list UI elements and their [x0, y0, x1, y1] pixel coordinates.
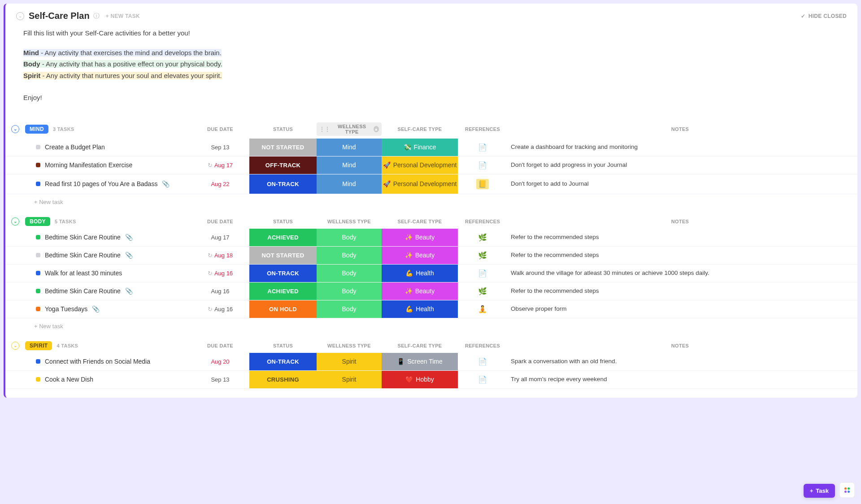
notes-cell[interactable]: Observe proper form — [507, 300, 857, 318]
status-cell[interactable]: ACHIEVED — [249, 282, 317, 300]
task-row[interactable]: Yoga Tuesdays📎↻Aug 16ON HOLDBody💪Health🧘… — [5, 300, 857, 318]
references-cell[interactable]: 📄 — [458, 139, 507, 156]
selfcare-cell[interactable]: 📱Screen Time — [382, 353, 458, 370]
attachment-icon[interactable]: 📎 — [125, 287, 133, 295]
task-row[interactable]: Morning Manifestation Exercise↻Aug 17OFF… — [5, 156, 857, 174]
status-cell[interactable]: ON-TRACK — [249, 174, 317, 194]
notes-cell[interactable]: Spark a conversation with an old friend. — [507, 353, 857, 370]
wellness-cell[interactable]: Spirit — [317, 353, 382, 370]
task-name-cell[interactable]: Cook a New Dish — [25, 371, 191, 388]
references-cell[interactable]: 🌿 — [458, 229, 507, 246]
task-name-cell[interactable]: Bedtime Skin Care Routine📎 — [25, 247, 191, 264]
status-cell[interactable]: NOT STARTED — [249, 139, 317, 156]
task-row[interactable]: Walk for at least 30 minutes↻Aug 16ON-TR… — [5, 265, 857, 282]
selfcare-cell[interactable]: 💪Health — [382, 300, 458, 318]
new-task-row-button[interactable]: + New task — [5, 194, 857, 207]
task-row[interactable]: Bedtime Skin Care Routine📎↻Aug 18NOT STA… — [5, 247, 857, 265]
due-date-cell[interactable]: Aug 16 — [191, 282, 249, 300]
references-cell[interactable]: 🧘 — [458, 300, 507, 318]
references-cell[interactable]: 📄 — [458, 156, 507, 174]
task-name-cell[interactable]: Walk for at least 30 minutes — [25, 265, 191, 282]
new-task-row-button[interactable]: + New task — [5, 318, 857, 331]
status-cell[interactable]: ON-TRACK — [249, 353, 317, 370]
task-row[interactable]: Cook a New DishSep 13CRUSHINGSpirit❤️Hob… — [5, 371, 857, 389]
notes-cell[interactable]: Try all mom's recipe every weekend — [507, 371, 857, 388]
references-cell[interactable]: 🌿 — [458, 282, 507, 300]
due-date-cell[interactable]: Aug 17 — [191, 229, 249, 246]
due-date-cell[interactable]: ↻Aug 18 — [191, 247, 249, 264]
notes-cell[interactable]: Don't forget to add to Journal — [507, 174, 857, 194]
collapse-toggle-icon[interactable]: ⌄ — [16, 12, 24, 20]
due-date-cell[interactable]: Aug 22 — [191, 174, 249, 194]
group-collapse-icon[interactable]: ⌄ — [11, 217, 19, 226]
selfcare-cell[interactable]: ❤️Hobby — [382, 371, 458, 388]
column-header-care[interactable]: SELF-CARE TYPE — [382, 343, 458, 348]
status-cell[interactable]: CRUSHING — [249, 371, 317, 388]
selfcare-cell[interactable]: 💪Health — [382, 265, 458, 282]
attachment-icon[interactable]: 📎 — [125, 234, 133, 241]
due-date-cell[interactable]: ↻Aug 16 — [191, 300, 249, 318]
group-badge[interactable]: Body — [25, 217, 50, 226]
status-cell[interactable]: OFF-TRACK — [249, 156, 317, 174]
selfcare-cell[interactable]: ✨Beauty — [382, 247, 458, 264]
column-header-wellness[interactable]: ⋮⋮WELLNESS TYPE▲ — [317, 122, 382, 136]
column-header-wellness[interactable]: WELLNESS TYPE — [317, 219, 382, 224]
task-name-cell[interactable]: Connect with Friends on Social Media — [25, 353, 191, 370]
column-header-notes[interactable]: NOTES — [507, 343, 853, 348]
task-row[interactable]: Create a Budget PlanSep 13NOT STARTEDMin… — [5, 139, 857, 156]
column-header-status[interactable]: STATUS — [249, 126, 317, 132]
group-collapse-icon[interactable]: ⌄ — [11, 342, 19, 350]
column-header-notes[interactable]: NOTES — [507, 126, 853, 132]
task-name-cell[interactable]: Read first 10 pages of You Are a Badass📎 — [25, 174, 191, 194]
due-date-cell[interactable]: Sep 13 — [191, 371, 249, 388]
task-row[interactable]: Connect with Friends on Social MediaAug … — [5, 353, 857, 371]
wellness-cell[interactable]: Mind — [317, 156, 382, 174]
notes-cell[interactable]: Refer to the recommended steps — [507, 247, 857, 264]
attachment-icon[interactable]: 📎 — [162, 180, 170, 187]
task-name-cell[interactable]: Bedtime Skin Care Routine📎 — [25, 282, 191, 300]
due-date-cell[interactable]: ↻Aug 16 — [191, 265, 249, 282]
group-collapse-icon[interactable]: ⌄ — [11, 125, 19, 133]
column-header-refs[interactable]: REFERENCES — [458, 126, 507, 132]
references-cell[interactable]: 🌿 — [458, 247, 507, 264]
notes-cell[interactable]: Refer to the recommended steps — [507, 282, 857, 300]
attachment-icon[interactable]: 📎 — [125, 252, 133, 259]
selfcare-cell[interactable]: ✨Beauty — [382, 229, 458, 246]
task-name-cell[interactable]: Create a Budget Plan — [25, 139, 191, 156]
column-header-wellness[interactable]: WELLNESS TYPE — [317, 343, 382, 348]
status-cell[interactable]: NOT STARTED — [249, 247, 317, 264]
task-name-cell[interactable]: Yoga Tuesdays📎 — [25, 300, 191, 318]
task-row[interactable]: Bedtime Skin Care Routine📎Aug 16ACHIEVED… — [5, 282, 857, 300]
status-cell[interactable]: ACHIEVED — [249, 229, 317, 246]
notes-cell[interactable]: Create a dashboard for tracking and moni… — [507, 139, 857, 156]
wellness-cell[interactable]: Body — [317, 247, 382, 264]
status-cell[interactable]: ON-TRACK — [249, 265, 317, 282]
wellness-cell[interactable]: Mind — [317, 174, 382, 194]
status-cell[interactable]: ON HOLD — [249, 300, 317, 318]
wellness-cell[interactable]: Body — [317, 229, 382, 246]
info-icon[interactable]: ⓘ — [93, 12, 100, 20]
task-row[interactable]: Bedtime Skin Care Routine📎Aug 17ACHIEVED… — [5, 229, 857, 247]
new-task-header-button[interactable]: + NEW TASK — [106, 13, 140, 19]
group-badge[interactable]: Spirit — [25, 341, 52, 350]
selfcare-cell[interactable]: 💸Finance — [382, 139, 458, 156]
selfcare-cell[interactable]: 🚀Personal Development — [382, 156, 458, 174]
due-date-cell[interactable]: Sep 13 — [191, 139, 249, 156]
wellness-cell[interactable]: Spirit — [317, 371, 382, 388]
column-header-due[interactable]: DUE DATE — [191, 343, 249, 348]
notes-cell[interactable]: Refer to the recommended steps — [507, 229, 857, 246]
column-header-care[interactable]: SELF-CARE TYPE — [382, 219, 458, 224]
references-cell[interactable]: 📄 — [458, 371, 507, 388]
references-cell[interactable]: 📄 — [458, 353, 507, 370]
wellness-cell[interactable]: Mind — [317, 139, 382, 156]
sort-icon[interactable]: ▲ — [374, 126, 379, 132]
notes-cell[interactable]: Don't forget to add progress in your Jou… — [507, 156, 857, 174]
column-header-refs[interactable]: REFERENCES — [458, 343, 507, 348]
due-date-cell[interactable]: ↻Aug 17 — [191, 156, 249, 174]
column-header-due[interactable]: DUE DATE — [191, 126, 249, 132]
column-header-due[interactable]: DUE DATE — [191, 219, 249, 224]
hide-closed-button[interactable]: ✓ HIDE CLOSED — [801, 13, 847, 19]
references-cell[interactable]: 📒 — [458, 174, 507, 194]
selfcare-cell[interactable]: 🚀Personal Development — [382, 174, 458, 194]
selfcare-cell[interactable]: ✨Beauty — [382, 282, 458, 300]
